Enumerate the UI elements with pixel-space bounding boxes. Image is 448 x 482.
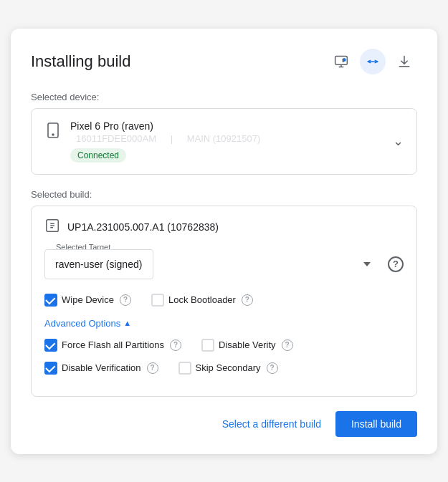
device-monitor-icon: ! — [334, 54, 348, 69]
build-package-icon — [44, 218, 60, 236]
target-select[interactable]: raven-user (signed) — [44, 249, 153, 279]
advanced-caret-icon: ▲ — [123, 319, 131, 327]
install-build-button[interactable]: Install build — [335, 411, 417, 437]
skip-secondary-checkbox[interactable] — [178, 362, 191, 375]
wipe-device-checkbox[interactable] — [44, 294, 57, 307]
target-help-icon[interactable]: ? — [388, 256, 404, 272]
wipe-device-text: Wipe Device — [62, 294, 114, 305]
target-select-wrapper: Selected Target raven-user (signed) ? — [44, 249, 404, 279]
device-monitor-button[interactable]: ! — [328, 49, 354, 74]
download-icon — [397, 54, 411, 69]
chevron-down-icon[interactable]: ⌄ — [393, 133, 404, 149]
skip-secondary-label[interactable]: Skip Secondary ? — [178, 362, 278, 375]
disable-verity-label[interactable]: Disable Verity ? — [201, 339, 292, 352]
advanced-options-row-1: Force Flash all Partitions ? Disable Ver… — [44, 339, 404, 352]
options-row-1: Wipe Device ? Lock Bootloader ? — [44, 294, 404, 307]
build-id: UP1A.231005.007.A1 (10762838) — [67, 221, 219, 233]
wipe-device-label[interactable]: Wipe Device ? — [44, 294, 131, 307]
build-section-label: Selected build: — [31, 189, 417, 200]
main-card: Installing build ! — [11, 29, 437, 454]
header: Installing build ! — [31, 49, 417, 74]
select-container: raven-user (signed) — [44, 249, 381, 279]
device-name: Pixel 6 Pro (raven) — [70, 120, 266, 132]
wipe-device-help-icon[interactable]: ? — [120, 294, 131, 306]
device-info: Pixel 6 Pro (raven) 16011FDEE000AM | MAI… — [44, 120, 404, 163]
disable-verity-checkbox[interactable] — [201, 339, 214, 352]
select-different-build-button[interactable]: Select a different build — [219, 413, 324, 435]
skip-secondary-text: Skip Secondary — [196, 362, 261, 373]
switch-button[interactable] — [360, 49, 386, 74]
footer-row: Select a different build Install build — [31, 411, 417, 437]
lock-bootloader-label[interactable]: Lock Bootloader ? — [151, 294, 253, 307]
skip-secondary-help-icon[interactable]: ? — [267, 362, 278, 374]
svg-text:!: ! — [343, 58, 343, 62]
phone-icon — [44, 122, 62, 142]
force-flash-text: Force Flash all Partitions — [62, 339, 164, 350]
connected-badge: Connected — [70, 148, 126, 163]
lock-bootloader-help-icon[interactable]: ? — [242, 294, 253, 306]
lock-bootloader-text: Lock Bootloader — [168, 294, 236, 305]
disable-verification-label[interactable]: Disable Verification ? — [44, 362, 158, 375]
target-select-row: raven-user (signed) ? — [44, 249, 404, 279]
disable-verification-checkbox[interactable] — [44, 362, 57, 375]
device-section-label: Selected device: — [31, 92, 417, 102]
disable-verity-help-icon[interactable]: ? — [282, 339, 293, 351]
disable-verification-text: Disable Verification — [62, 362, 141, 373]
advanced-options-toggle[interactable]: Advanced Options ▲ — [44, 318, 131, 329]
lock-bootloader-checkbox[interactable] — [151, 294, 164, 307]
disable-verity-text: Disable Verity — [219, 339, 275, 350]
advanced-options-label: Advanced Options — [44, 318, 120, 329]
page-title: Installing build — [31, 52, 130, 71]
force-flash-label[interactable]: Force Flash all Partitions ? — [44, 339, 181, 352]
download-button[interactable] — [391, 49, 417, 74]
advanced-options-row-2: Disable Verification ? Skip Secondary ? — [44, 362, 404, 375]
force-flash-help-icon[interactable]: ? — [170, 339, 181, 351]
device-serial: 16011FDEE000AM | MAIN (10921507) — [70, 133, 266, 144]
disable-verification-help-icon[interactable]: ? — [147, 362, 158, 374]
device-box: Pixel 6 Pro (raven) 16011FDEE000AM | MAI… — [31, 108, 417, 175]
header-icons: ! — [328, 49, 417, 74]
build-id-row: UP1A.231005.007.A1 (10762838) — [44, 218, 404, 236]
force-flash-checkbox[interactable] — [44, 339, 57, 352]
switch-icon — [366, 54, 380, 69]
svg-point-5 — [52, 134, 54, 135]
build-box: UP1A.231005.007.A1 (10762838) Selected T… — [31, 206, 417, 397]
device-details: Pixel 6 Pro (raven) 16011FDEE000AM | MAI… — [70, 120, 266, 163]
